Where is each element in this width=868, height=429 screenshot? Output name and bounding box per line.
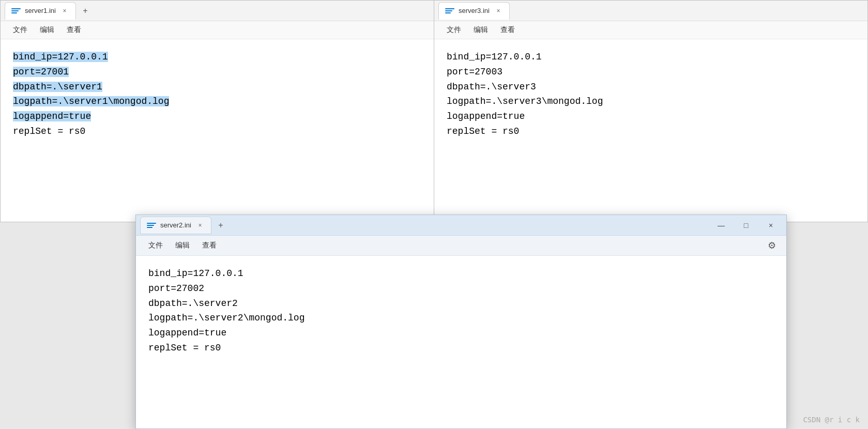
line-1-4: logappend=true bbox=[13, 109, 421, 124]
menu-bar-2: 文件 编辑 查看 ⚙ bbox=[136, 236, 786, 256]
line-2-1: port=27002 bbox=[148, 281, 774, 296]
window-server1: server1.ini × + 文件 编辑 查看 bind_ip=127.0.0… bbox=[0, 0, 434, 222]
window-server2: server2.ini × + — □ × 文件 编辑 查看 ⚙ bind_ip… bbox=[135, 214, 787, 429]
line-2-5: replSet = rs0 bbox=[148, 341, 774, 356]
line-1-2: dbpath=.\server1 bbox=[13, 80, 421, 95]
line-3-2: dbpath=.\server3 bbox=[447, 80, 855, 95]
line-2-0: bind_ip=127.0.0.1 bbox=[148, 266, 774, 281]
tab-close-1[interactable]: × bbox=[60, 6, 69, 16]
line-1-1: port=27001 bbox=[13, 65, 421, 80]
tab-close-2[interactable]: × bbox=[195, 221, 205, 230]
menu-edit-1[interactable]: 编辑 bbox=[34, 23, 60, 37]
menu-file-2[interactable]: 文件 bbox=[142, 239, 169, 252]
tab-server1[interactable]: server1.ini × bbox=[5, 2, 76, 20]
menu-view-3[interactable]: 查看 bbox=[494, 23, 521, 37]
menu-file-1[interactable]: 文件 bbox=[7, 23, 34, 37]
line-3-0: bind_ip=127.0.0.1 bbox=[447, 50, 855, 65]
line-1-5: replSet = rs0 bbox=[13, 124, 421, 139]
menu-bar-1: 文件 编辑 查看 bbox=[1, 21, 434, 39]
tab-server3[interactable]: server3.ini × bbox=[438, 2, 510, 20]
menu-edit-3[interactable]: 编辑 bbox=[467, 23, 494, 37]
editor-3[interactable]: bind_ip=127.0.0.1 port=27003 dbpath=.\se… bbox=[434, 39, 867, 222]
line-3-1: port=27003 bbox=[447, 65, 855, 80]
line-2-3: logpath=.\server2\mongod.log bbox=[148, 311, 774, 326]
maximize-button[interactable]: □ bbox=[735, 217, 757, 234]
editor-2[interactable]: bind_ip=127.0.0.1 port=27002 dbpath=.\se… bbox=[136, 256, 786, 428]
minimize-button[interactable]: — bbox=[710, 217, 733, 234]
notepad-icon-1 bbox=[11, 6, 21, 16]
menu-view-1[interactable]: 查看 bbox=[60, 23, 87, 37]
tab-add-2[interactable]: + bbox=[214, 218, 228, 233]
line-3-4: logappend=true bbox=[447, 109, 855, 124]
line-3-5: replSet = rs0 bbox=[447, 124, 855, 139]
tab-server2[interactable]: server2.ini × bbox=[140, 217, 211, 234]
tab-add-1[interactable]: + bbox=[78, 4, 93, 18]
notepad-icon-3 bbox=[445, 6, 454, 16]
tab-area-3: server3.ini × bbox=[438, 2, 863, 20]
menu-bar-3: 文件 编辑 查看 bbox=[434, 21, 867, 39]
notepad-icon-2 bbox=[147, 221, 156, 230]
line-2-4: logappend=true bbox=[148, 326, 774, 341]
tab-label-2: server2.ini bbox=[160, 221, 191, 229]
line-1-3: logpath=.\server1\mongod.log bbox=[13, 94, 421, 109]
tab-label-3: server3.ini bbox=[459, 7, 490, 14]
menu-view-2[interactable]: 查看 bbox=[196, 239, 223, 252]
title-bar-3: server3.ini × bbox=[434, 1, 867, 21]
watermark: CSDN @r i c k bbox=[803, 416, 860, 424]
close-button[interactable]: × bbox=[759, 217, 782, 234]
line-3-3: logpath=.\server3\mongod.log bbox=[447, 94, 855, 109]
tab-area-2: server2.ini × + bbox=[140, 217, 708, 234]
tab-close-3[interactable]: × bbox=[494, 6, 503, 16]
line-1-0: bind_ip=127.0.0.1 bbox=[13, 50, 421, 65]
tab-label-1: server1.ini bbox=[25, 7, 56, 14]
settings-icon[interactable]: ⚙ bbox=[764, 238, 780, 253]
title-bar-1: server1.ini × + bbox=[1, 1, 434, 21]
title-bar-2: server2.ini × + — □ × bbox=[136, 215, 786, 236]
window-controls-2: — □ × bbox=[710, 217, 782, 234]
menu-file-3[interactable]: 文件 bbox=[440, 23, 467, 37]
editor-1[interactable]: bind_ip=127.0.0.1 port=27001 dbpath=.\se… bbox=[1, 39, 434, 222]
window-server3: server3.ini × 文件 编辑 查看 bind_ip=127.0.0.1… bbox=[434, 0, 868, 222]
tab-area-1: server1.ini × + bbox=[5, 2, 430, 20]
menu-edit-2[interactable]: 编辑 bbox=[169, 239, 196, 252]
line-2-2: dbpath=.\server2 bbox=[148, 296, 774, 311]
